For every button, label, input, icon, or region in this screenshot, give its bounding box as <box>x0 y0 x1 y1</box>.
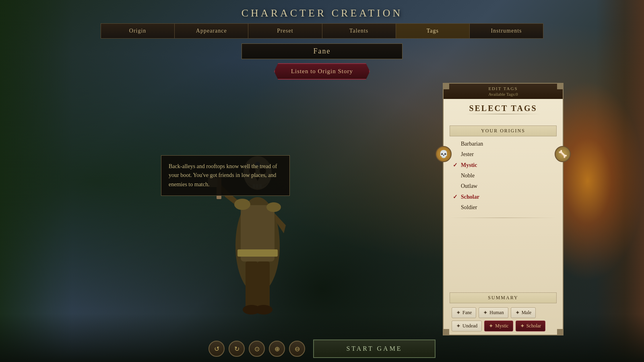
panel-corner-tl <box>443 83 449 89</box>
panel-corner-tr <box>557 83 564 89</box>
summary-tags: ✦ Fane ✦ Human ✦ Male ✦ <box>450 307 557 331</box>
checkmark-jester <box>453 151 458 158</box>
tab-preset[interactable]: Preset <box>248 24 322 38</box>
tag-asterisk-scholar: ✦ <box>520 323 525 329</box>
page-title: CHARACTER CREATION <box>242 7 403 19</box>
available-tags-count: Available Tags:0 <box>448 92 559 97</box>
section-divider <box>450 218 557 218</box>
svg-point-14 <box>234 199 250 210</box>
checkmark-outlaw <box>453 183 458 189</box>
edit-tags-header: EDIT TAGS Available Tags:0 <box>444 84 563 99</box>
content-area: Back-alleys and rooftops know well the t… <box>80 83 564 335</box>
character-name-bar: Fane <box>242 43 402 59</box>
select-tags-subtitle <box>466 114 541 114</box>
right-panel: 💀 🦴 EDIT TAGS Available Tags:0 SELECT TA… <box>443 83 564 335</box>
checkmark-soldier <box>453 204 458 211</box>
rotate-right-button[interactable]: ↻ <box>229 341 245 357</box>
origin-story-button[interactable]: Listen to Origin Story <box>274 63 370 80</box>
summary-tag-scholar[interactable]: ✦ Scholar <box>516 321 546 331</box>
main-container: CHARACTER CREATION Origin Appearance Pre… <box>0 0 644 362</box>
summary-tag-human[interactable]: ✦ Human <box>479 307 508 318</box>
origins-header: YOUR ORIGINS <box>450 125 557 136</box>
origins-section: YOUR ORIGINS Barbarian Jester ✓ Mystic N… <box>444 122 563 216</box>
start-game-button[interactable]: START GAME <box>313 339 435 358</box>
tag-asterisk-human: ✦ <box>483 309 488 316</box>
checkmark-scholar: ✓ <box>453 193 458 200</box>
checkmark-noble <box>453 173 458 179</box>
tag-asterisk-fane: ✦ <box>456 309 461 316</box>
origin-item-outlaw[interactable]: Outlaw <box>450 181 557 191</box>
tab-talents[interactable]: Talents <box>322 24 396 38</box>
origin-item-noble[interactable]: Noble <box>450 171 557 181</box>
select-tags-title: SELECT TAGS <box>450 104 557 113</box>
svg-rect-10 <box>246 261 258 310</box>
svg-rect-2 <box>237 249 278 257</box>
checkmark-barbarian <box>453 141 458 147</box>
tag-asterisk-male: ✦ <box>515 309 520 316</box>
zoom-in-button[interactable]: ⊕ <box>269 341 285 357</box>
character-viewport: Back-alleys and rooftops know well the t… <box>80 83 435 335</box>
summary-section: SUMMARY ✦ Fane ✦ Human ✦ Male <box>444 289 563 335</box>
svg-point-13 <box>255 305 272 315</box>
origin-item-barbarian[interactable]: Barbarian <box>450 139 557 149</box>
character-figure <box>173 93 342 326</box>
edit-tags-title: EDIT TAGS <box>448 86 559 91</box>
summary-header: SUMMARY <box>450 292 557 303</box>
panel-corner-br <box>557 329 564 335</box>
tab-origin[interactable]: Origin <box>101 24 175 38</box>
character-svg <box>197 93 318 326</box>
origin-item-jester[interactable]: Jester <box>450 149 557 160</box>
origin-item-scholar[interactable]: ✓ Scholar <box>450 191 557 202</box>
select-tags-section: SELECT TAGS <box>444 99 563 122</box>
checkmark-mystic: ✓ <box>453 162 458 169</box>
panel-corner-bl <box>443 329 449 335</box>
summary-tag-fane[interactable]: ✦ Fane <box>452 307 476 318</box>
tab-appearance[interactable]: Appearance <box>175 24 248 38</box>
tab-instruments[interactable]: Instruments <box>470 24 543 38</box>
tab-tags[interactable]: Tags <box>396 24 470 38</box>
panel-portrait-skull: 💀 <box>436 146 452 162</box>
character-name-display: Fane <box>242 43 402 59</box>
svg-rect-11 <box>258 261 270 310</box>
tag-asterisk-mystic: ✦ <box>489 323 493 329</box>
center-button[interactable]: ⊙ <box>249 341 265 357</box>
summary-tag-undead[interactable]: ✦ Undead <box>452 321 482 331</box>
zoom-out-button[interactable]: ⊖ <box>289 341 305 357</box>
rotate-left-button[interactable]: ↺ <box>208 341 225 357</box>
origin-item-mystic[interactable]: ✓ Mystic <box>450 160 557 171</box>
panel-skull-decor: 🦴 <box>555 146 571 162</box>
bottom-bar: ↺ ↻ ⊙ ⊕ ⊖ START GAME <box>0 335 644 362</box>
bottom-controls: ↺ ↻ ⊙ ⊕ ⊖ <box>208 341 305 357</box>
summary-tag-male[interactable]: ✦ Male <box>511 307 536 318</box>
svg-point-15 <box>266 202 281 212</box>
tooltip-box: Back-alleys and rooftops know well the t… <box>161 155 290 196</box>
tooltip-text: Back-alleys and rooftops know well the t… <box>169 163 277 187</box>
origin-item-soldier[interactable]: Soldier <box>450 202 557 213</box>
summary-tag-mystic[interactable]: ✦ Mystic <box>484 321 513 331</box>
tag-asterisk-undead: ✦ <box>456 323 461 329</box>
nav-tabs: Origin Appearance Preset Talents Tags In… <box>101 23 543 39</box>
